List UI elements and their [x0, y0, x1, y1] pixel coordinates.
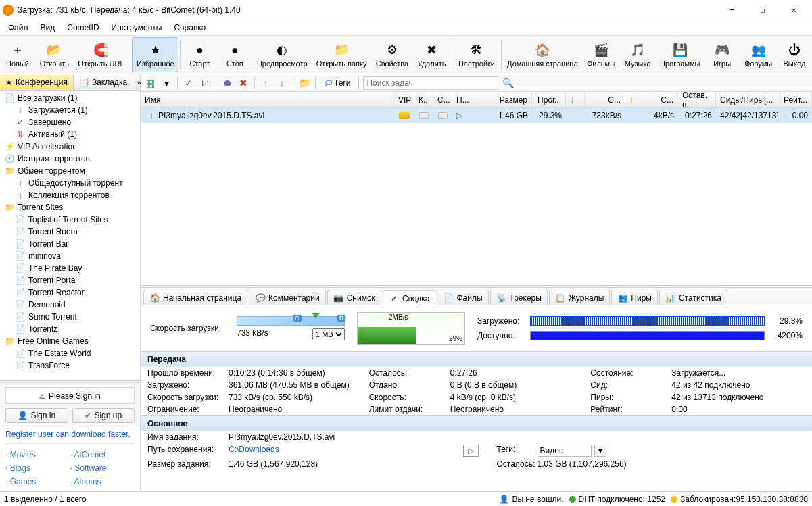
tb-games[interactable]: 🎮Игры	[704, 37, 740, 72]
col-vip[interactable]: VIP	[394, 92, 414, 107]
tree-item[interactable]: 📄TransForce	[0, 359, 140, 372]
tb-preview[interactable]: ◐Предпросмотр	[252, 37, 312, 72]
link-atcomet[interactable]: · AtComet	[70, 448, 135, 461]
tree-item[interactable]: 📄mininova	[0, 250, 140, 262]
search-input[interactable]	[363, 76, 498, 90]
col-ul-icon[interactable]: ↑	[625, 92, 644, 107]
tb-settings[interactable]: 🛠Настройки	[454, 37, 499, 72]
dtab-2[interactable]: 📷Снимок	[327, 290, 381, 305]
tb-software[interactable]: 💾Программы	[655, 37, 704, 72]
speed-slider[interactable]: CB 733 kB/s 1 MB	[237, 316, 345, 340]
col-dl[interactable]: С...	[585, 92, 625, 107]
tags-dropdown[interactable]: ▾	[594, 445, 606, 457]
dtab-6[interactable]: 📋Журналы	[549, 290, 610, 305]
sub-startall-icon[interactable]: ⩗	[198, 76, 212, 90]
dtab-8[interactable]: 📊Статистика	[659, 290, 727, 305]
sub-up-icon[interactable]: ↑	[259, 76, 272, 90]
sub-stop-icon[interactable]: ⏺	[220, 76, 234, 90]
signup-button[interactable]: ✔Sign up	[72, 408, 135, 423]
task-row[interactable]: ↓PI3mya.lzg0ev.2015.D.TS.avi ▷ 1.46 GB 2…	[141, 108, 812, 123]
tree-item[interactable]: 📄The Estate World	[0, 347, 140, 359]
tree-item[interactable]: 📄Demonoid	[0, 299, 140, 311]
col-progress[interactable]: Прог...	[532, 92, 566, 107]
col-rating[interactable]: Рейт...	[781, 92, 812, 107]
tree-item[interactable]: 🕘История торрентов	[0, 153, 140, 165]
close-button[interactable]: ✕	[778, 0, 809, 20]
save-path-link[interactable]: C:\Downloads	[229, 445, 279, 454]
sub-delete-icon[interactable]: ✖	[237, 76, 250, 90]
dtab-0[interactable]: 🏠Начальная страница	[143, 290, 247, 305]
dtab-3[interactable]: ✓Сводка	[383, 290, 436, 305]
tree-item[interactable]: 📄Все загрузки (1)	[0, 92, 140, 104]
dtab-4[interactable]: 📄Файлы	[437, 290, 488, 305]
tags-button[interactable]: 🏷Теги	[320, 76, 354, 90]
tb-start[interactable]: ●Старт	[182, 37, 217, 72]
menu-help[interactable]: Справка	[168, 22, 211, 34]
minimize-button[interactable]: ─	[716, 0, 747, 20]
col-ul[interactable]: С...	[644, 92, 678, 107]
tb-exit[interactable]: ⏻Выход	[777, 37, 812, 72]
dtab-7[interactable]: 👥Пиры	[611, 290, 658, 305]
signin-button[interactable]: 👤Sign in	[5, 408, 68, 423]
register-faster-link[interactable]: Register user can download faster.	[5, 430, 130, 439]
tree-item[interactable]: ↓Коллекция торрентов	[0, 189, 140, 201]
play-icon[interactable]: ▷	[456, 111, 462, 120]
tree-item[interactable]: 📄Torrent Bar	[0, 238, 140, 250]
tb-home[interactable]: 🏠Домашняя страница	[503, 37, 583, 72]
link-albums[interactable]: · Albums	[70, 475, 135, 488]
tree-item[interactable]: ⇅Активный (1)	[0, 128, 140, 141]
tree-item[interactable]: 📄Sumo Torrent	[0, 311, 140, 323]
tree-item[interactable]: 📄The Pirate Bay	[0, 262, 140, 274]
tb-open-url[interactable]: 🧲Открыть URL	[74, 37, 129, 72]
tb-movies[interactable]: 🎬Фильмы	[582, 37, 620, 72]
tb-open[interactable]: 📂Открыть	[35, 37, 74, 72]
tb-favorites[interactable]: ★Избранное	[132, 37, 178, 72]
tree-item[interactable]: 📄Torrentz	[0, 323, 140, 335]
col-size[interactable]: Размер	[471, 92, 532, 107]
tree-item[interactable]: 📄Torrent Room	[0, 226, 140, 238]
col-name[interactable]: Имя	[141, 92, 394, 107]
link-movies[interactable]: · Movies	[5, 448, 70, 461]
tb-open-folder[interactable]: 📁Открыть папку	[312, 37, 371, 72]
tb-stop[interactable]: ●Стоп	[217, 37, 252, 72]
tree-item[interactable]: 📄Torrent Reactor	[0, 286, 140, 299]
col-seeds[interactable]: Сиды/Пиры[...	[716, 92, 781, 107]
link-software[interactable]: · Software	[70, 461, 135, 475]
tree-item[interactable]: ↑Общедоступный торрент	[0, 177, 140, 189]
play-file-button[interactable]: ▷	[463, 445, 479, 457]
sub-folder-icon[interactable]: 📁	[297, 76, 311, 90]
menu-file[interactable]: Файл	[3, 22, 34, 34]
tree-item[interactable]: ↓Загружается (1)	[0, 104, 140, 116]
tree-item[interactable]: 📁Torrent Sites	[0, 201, 140, 213]
sub-dropdown-icon[interactable]: ▾	[160, 76, 173, 90]
col-eta[interactable]: Остав. в...	[678, 92, 716, 107]
sidebar-tab-conference[interactable]: ★Конференция	[0, 74, 74, 90]
link-games[interactable]: · Games	[5, 475, 70, 488]
col-dl-icon[interactable]: ↓	[566, 92, 585, 107]
menu-tools[interactable]: Инструменты	[106, 22, 168, 34]
tree-item[interactable]: ✓Завершено	[0, 116, 140, 128]
menu-view[interactable]: Вид	[35, 22, 61, 34]
sub-down-icon[interactable]: ↓	[275, 76, 289, 90]
tree-item[interactable]: 📄Toplist of Torrent Sites	[0, 213, 140, 226]
sub-start-icon[interactable]: ✓	[182, 76, 195, 90]
tree-item[interactable]: 📁Обмен торрентом	[0, 165, 140, 177]
tree-item[interactable]: 📁Free Online Games	[0, 335, 140, 347]
sub-new-icon[interactable]: ▦	[143, 76, 157, 90]
dtab-1[interactable]: 💬Комментарий	[249, 290, 326, 305]
tb-forums[interactable]: 👥Форумы	[740, 37, 777, 72]
tags-input[interactable]	[538, 445, 592, 457]
search-icon[interactable]: 🔍	[501, 76, 515, 90]
tree-item[interactable]: 📄Torrent Portal	[0, 274, 140, 286]
menu-cometid[interactable]: CometID	[62, 22, 104, 34]
col-snapshot[interactable]: С...	[433, 92, 452, 107]
col-preview[interactable]: П...	[452, 92, 471, 107]
sidebar-tab-bookmark[interactable]: 📑Закладка	[74, 74, 133, 90]
maximize-button[interactable]: ☐	[747, 0, 778, 20]
tree-item[interactable]: ⚡VIP Acceleration	[0, 141, 140, 153]
tb-delete[interactable]: ✖Удалить	[413, 37, 451, 72]
tb-properties[interactable]: ⚙Свойства	[371, 37, 413, 72]
link-blogs[interactable]: · Blogs	[5, 461, 70, 475]
tb-music[interactable]: 🎵Музыка	[620, 37, 656, 72]
dtab-5[interactable]: 📡Трекеры	[490, 290, 548, 305]
